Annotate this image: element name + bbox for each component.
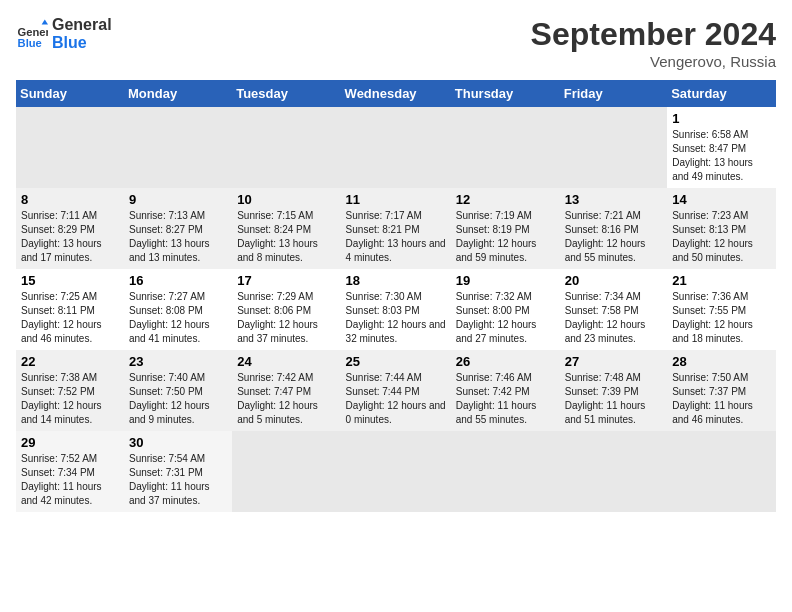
calendar-cell: 21Sunrise: 7:36 AMSunset: 7:55 PMDayligh… (667, 269, 776, 350)
calendar-cell: 1Sunrise: 6:58 AMSunset: 8:47 PMDaylight… (667, 107, 776, 188)
calendar-cell: 14Sunrise: 7:23 AMSunset: 8:13 PMDayligh… (667, 188, 776, 269)
day-number: 19 (456, 273, 555, 288)
calendar-week-row: 22Sunrise: 7:38 AMSunset: 7:52 PMDayligh… (16, 350, 776, 431)
day-number: 11 (346, 192, 446, 207)
day-detail: Sunrise: 7:13 AMSunset: 8:27 PMDaylight:… (129, 209, 227, 265)
calendar-cell: 18Sunrise: 7:30 AMSunset: 8:03 PMDayligh… (341, 269, 451, 350)
day-header-sunday: Sunday (16, 80, 124, 107)
day-detail: Sunrise: 7:40 AMSunset: 7:50 PMDaylight:… (129, 371, 227, 427)
calendar-cell: 10Sunrise: 7:15 AMSunset: 8:24 PMDayligh… (232, 188, 340, 269)
day-detail: Sunrise: 7:36 AMSunset: 7:55 PMDaylight:… (672, 290, 771, 346)
calendar-week-row: 15Sunrise: 7:25 AMSunset: 8:11 PMDayligh… (16, 269, 776, 350)
calendar-cell: 15Sunrise: 7:25 AMSunset: 8:11 PMDayligh… (16, 269, 124, 350)
calendar-cell (341, 107, 451, 188)
day-number: 15 (21, 273, 119, 288)
calendar-cell: 12Sunrise: 7:19 AMSunset: 8:19 PMDayligh… (451, 188, 560, 269)
day-detail: Sunrise: 7:48 AMSunset: 7:39 PMDaylight:… (565, 371, 662, 427)
calendar-cell (341, 431, 451, 512)
calendar-cell: 22Sunrise: 7:38 AMSunset: 7:52 PMDayligh… (16, 350, 124, 431)
day-detail: Sunrise: 7:46 AMSunset: 7:42 PMDaylight:… (456, 371, 555, 427)
day-detail: Sunrise: 7:38 AMSunset: 7:52 PMDaylight:… (21, 371, 119, 427)
calendar-cell: 28Sunrise: 7:50 AMSunset: 7:37 PMDayligh… (667, 350, 776, 431)
day-number: 1 (672, 111, 771, 126)
calendar-cell: 11Sunrise: 7:17 AMSunset: 8:21 PMDayligh… (341, 188, 451, 269)
day-number: 20 (565, 273, 662, 288)
day-detail: Sunrise: 7:44 AMSunset: 7:44 PMDaylight:… (346, 371, 446, 427)
day-detail: Sunrise: 7:32 AMSunset: 8:00 PMDaylight:… (456, 290, 555, 346)
day-number: 10 (237, 192, 335, 207)
day-number: 26 (456, 354, 555, 369)
calendar-header-row: SundayMondayTuesdayWednesdayThursdayFrid… (16, 80, 776, 107)
day-detail: Sunrise: 7:15 AMSunset: 8:24 PMDaylight:… (237, 209, 335, 265)
logo-line2: Blue (52, 34, 112, 52)
calendar-cell: 20Sunrise: 7:34 AMSunset: 7:58 PMDayligh… (560, 269, 667, 350)
svg-marker-2 (42, 20, 48, 25)
day-number: 13 (565, 192, 662, 207)
day-detail: Sunrise: 7:29 AMSunset: 8:06 PMDaylight:… (237, 290, 335, 346)
day-detail: Sunrise: 7:25 AMSunset: 8:11 PMDaylight:… (21, 290, 119, 346)
calendar-week-row: 8Sunrise: 7:11 AMSunset: 8:29 PMDaylight… (16, 188, 776, 269)
calendar-cell (451, 107, 560, 188)
calendar-cell: 26Sunrise: 7:46 AMSunset: 7:42 PMDayligh… (451, 350, 560, 431)
day-number: 16 (129, 273, 227, 288)
day-header-wednesday: Wednesday (341, 80, 451, 107)
day-detail: Sunrise: 7:27 AMSunset: 8:08 PMDaylight:… (129, 290, 227, 346)
calendar-cell (560, 107, 667, 188)
location: Vengerovo, Russia (531, 53, 776, 70)
day-detail: Sunrise: 7:19 AMSunset: 8:19 PMDaylight:… (456, 209, 555, 265)
calendar-cell (16, 107, 124, 188)
day-header-saturday: Saturday (667, 80, 776, 107)
day-header-tuesday: Tuesday (232, 80, 340, 107)
page-header: General Blue General Blue September 2024… (16, 16, 776, 70)
day-detail: Sunrise: 7:17 AMSunset: 8:21 PMDaylight:… (346, 209, 446, 265)
calendar-cell (232, 107, 340, 188)
calendar-cell: 25Sunrise: 7:44 AMSunset: 7:44 PMDayligh… (341, 350, 451, 431)
day-detail: Sunrise: 7:23 AMSunset: 8:13 PMDaylight:… (672, 209, 771, 265)
calendar-cell (232, 431, 340, 512)
day-number: 22 (21, 354, 119, 369)
day-number: 28 (672, 354, 771, 369)
calendar-cell: 23Sunrise: 7:40 AMSunset: 7:50 PMDayligh… (124, 350, 232, 431)
calendar-cell (667, 431, 776, 512)
day-detail: Sunrise: 6:58 AMSunset: 8:47 PMDaylight:… (672, 128, 771, 184)
calendar-cell: 24Sunrise: 7:42 AMSunset: 7:47 PMDayligh… (232, 350, 340, 431)
calendar-cell: 27Sunrise: 7:48 AMSunset: 7:39 PMDayligh… (560, 350, 667, 431)
day-detail: Sunrise: 7:52 AMSunset: 7:34 PMDaylight:… (21, 452, 119, 508)
svg-text:General: General (18, 26, 48, 38)
logo-icon: General Blue (16, 18, 48, 50)
calendar-cell (124, 107, 232, 188)
day-detail: Sunrise: 7:50 AMSunset: 7:37 PMDaylight:… (672, 371, 771, 427)
day-detail: Sunrise: 7:42 AMSunset: 7:47 PMDaylight:… (237, 371, 335, 427)
calendar-cell: 30Sunrise: 7:54 AMSunset: 7:31 PMDayligh… (124, 431, 232, 512)
day-number: 12 (456, 192, 555, 207)
calendar-cell: 13Sunrise: 7:21 AMSunset: 8:16 PMDayligh… (560, 188, 667, 269)
calendar-cell (451, 431, 560, 512)
day-number: 24 (237, 354, 335, 369)
calendar-table: SundayMondayTuesdayWednesdayThursdayFrid… (16, 80, 776, 512)
calendar-cell: 8Sunrise: 7:11 AMSunset: 8:29 PMDaylight… (16, 188, 124, 269)
calendar-week-row: 29Sunrise: 7:52 AMSunset: 7:34 PMDayligh… (16, 431, 776, 512)
day-number: 8 (21, 192, 119, 207)
calendar-week-row: 1Sunrise: 6:58 AMSunset: 8:47 PMDaylight… (16, 107, 776, 188)
logo-line1: General (52, 16, 112, 34)
day-number: 18 (346, 273, 446, 288)
day-number: 29 (21, 435, 119, 450)
day-detail: Sunrise: 7:34 AMSunset: 7:58 PMDaylight:… (565, 290, 662, 346)
svg-text:Blue: Blue (18, 37, 42, 49)
day-number: 9 (129, 192, 227, 207)
day-header-monday: Monday (124, 80, 232, 107)
title-block: September 2024 Vengerovo, Russia (531, 16, 776, 70)
calendar-cell (560, 431, 667, 512)
day-number: 25 (346, 354, 446, 369)
calendar-cell: 9Sunrise: 7:13 AMSunset: 8:27 PMDaylight… (124, 188, 232, 269)
day-detail: Sunrise: 7:54 AMSunset: 7:31 PMDaylight:… (129, 452, 227, 508)
day-header-friday: Friday (560, 80, 667, 107)
calendar-cell: 19Sunrise: 7:32 AMSunset: 8:00 PMDayligh… (451, 269, 560, 350)
day-number: 17 (237, 273, 335, 288)
day-detail: Sunrise: 7:30 AMSunset: 8:03 PMDaylight:… (346, 290, 446, 346)
day-number: 27 (565, 354, 662, 369)
month-title: September 2024 (531, 16, 776, 53)
day-number: 23 (129, 354, 227, 369)
day-number: 30 (129, 435, 227, 450)
logo: General Blue General Blue (16, 16, 112, 52)
